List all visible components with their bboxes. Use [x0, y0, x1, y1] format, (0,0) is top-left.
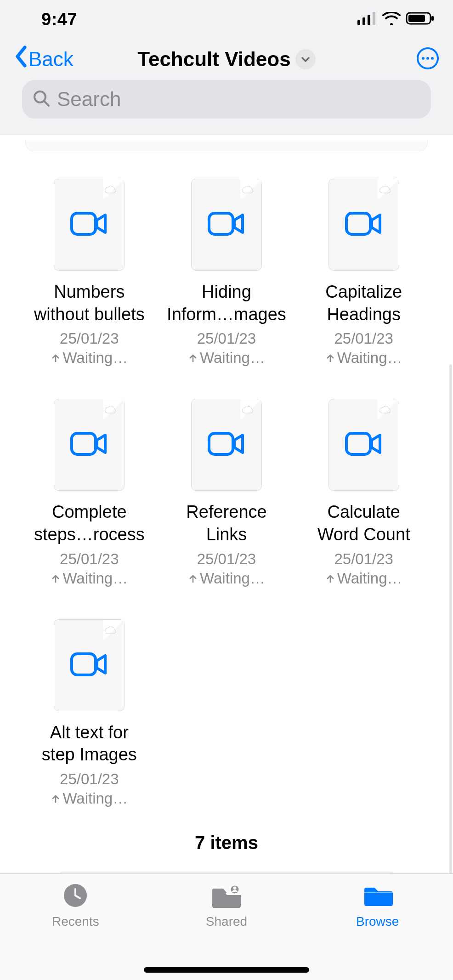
home-indicator[interactable]	[0, 967, 453, 973]
more-options-button[interactable]	[416, 47, 439, 72]
file-date: 25/01/23	[197, 330, 256, 347]
svg-rect-18	[346, 433, 370, 454]
status-bar: 9:47	[0, 0, 453, 39]
chevron-down-icon	[295, 49, 316, 69]
cloud-sync-icon	[104, 406, 118, 415]
back-button[interactable]: Back	[14, 45, 74, 73]
video-icon	[208, 432, 245, 458]
file-upload-status: Waiting…	[51, 570, 128, 587]
cloud-sync-icon	[104, 186, 118, 195]
file-name: CapitalizeHeadings	[325, 281, 402, 325]
svg-rect-6	[431, 16, 434, 21]
file-item[interactable]: CalculateWord Count25/01/23Waiting…	[302, 399, 425, 587]
svg-point-22	[233, 887, 237, 890]
cloud-sync-icon	[379, 406, 392, 415]
scroll-indicator[interactable]	[449, 364, 452, 873]
folder-icon	[362, 883, 393, 910]
video-icon	[345, 212, 383, 238]
file-item[interactable]: HidingInform…mages25/01/23Waiting…	[165, 179, 289, 367]
search-icon	[32, 89, 51, 109]
svg-point-8	[422, 57, 425, 60]
svg-point-9	[426, 57, 429, 60]
file-thumbnail	[54, 399, 125, 491]
file-upload-status: Waiting…	[188, 349, 265, 367]
upload-arrow-icon	[51, 790, 61, 807]
file-item[interactable]: ReferenceLinks25/01/23Waiting…	[165, 399, 289, 587]
tab-recents[interactable]: Recents	[0, 883, 151, 980]
upload-arrow-icon	[51, 570, 61, 587]
tab-browse[interactable]: Browse	[302, 883, 453, 980]
file-date: 25/01/23	[60, 550, 119, 568]
cloud-sync-icon	[241, 186, 255, 195]
upload-arrow-icon	[325, 570, 335, 587]
previous-section-edge	[25, 140, 428, 151]
svg-rect-14	[209, 213, 233, 234]
tab-bar: Recents Shared Browse	[0, 873, 453, 980]
svg-rect-19	[72, 654, 96, 675]
shared-folder-icon	[210, 883, 243, 910]
file-item[interactable]: Alt text forstep Images25/01/23Waiting…	[28, 619, 151, 807]
svg-rect-3	[373, 12, 375, 25]
folder-title-button[interactable]: Techcult Videos	[137, 48, 315, 71]
video-icon	[70, 652, 108, 678]
svg-rect-13	[72, 213, 96, 234]
file-upload-status: Waiting…	[188, 570, 265, 587]
svg-rect-5	[408, 15, 425, 22]
video-icon	[208, 212, 245, 238]
svg-rect-16	[72, 433, 96, 454]
file-item[interactable]: CapitalizeHeadings25/01/23Waiting…	[302, 179, 425, 367]
file-upload-status: Waiting…	[51, 790, 128, 807]
file-upload-status: Waiting…	[325, 349, 402, 367]
file-name: Completesteps…rocess	[34, 501, 145, 545]
svg-rect-15	[346, 213, 370, 234]
file-thumbnail	[191, 399, 262, 491]
upload-arrow-icon	[188, 349, 198, 367]
cloud-sync-icon	[104, 626, 118, 635]
clock-icon	[63, 883, 88, 910]
file-grid: Numberswithout bullets25/01/23Waiting…Hi…	[0, 151, 453, 807]
file-date: 25/01/23	[60, 770, 119, 788]
content-area[interactable]: Numberswithout bullets25/01/23Waiting…Hi…	[0, 135, 453, 873]
file-name: ReferenceLinks	[186, 501, 266, 545]
file-thumbnail	[54, 619, 125, 711]
cloud-sync-icon	[241, 406, 255, 415]
file-date: 25/01/23	[334, 550, 393, 568]
file-name: CalculateWord Count	[317, 501, 410, 545]
cellular-signal-icon	[357, 12, 377, 27]
nav-bar: Back Techcult Videos	[0, 39, 453, 80]
tab-label: Recents	[52, 914, 99, 929]
file-item[interactable]: Numberswithout bullets25/01/23Waiting…	[28, 179, 151, 367]
svg-rect-23	[364, 892, 393, 893]
file-item[interactable]: Completesteps…rocess25/01/23Waiting…	[28, 399, 151, 587]
battery-icon	[406, 12, 435, 27]
upload-arrow-icon	[325, 349, 335, 367]
divider	[60, 872, 393, 873]
file-upload-status: Waiting…	[325, 570, 402, 587]
svg-rect-17	[209, 433, 233, 454]
tab-label: Shared	[206, 914, 247, 929]
svg-rect-0	[357, 20, 360, 25]
cloud-sync-icon	[379, 186, 392, 195]
header: 9:47 Back T	[0, 0, 453, 135]
svg-rect-1	[362, 17, 365, 25]
svg-point-10	[431, 57, 434, 60]
tab-label: Browse	[356, 914, 399, 929]
file-thumbnail	[328, 399, 399, 491]
upload-arrow-icon	[188, 570, 198, 587]
search-input[interactable]	[57, 88, 421, 111]
file-date: 25/01/23	[60, 330, 119, 347]
file-date: 25/01/23	[197, 550, 256, 568]
video-icon	[70, 432, 108, 458]
status-indicators	[357, 12, 435, 27]
file-upload-status: Waiting…	[51, 349, 128, 367]
search-bar[interactable]	[22, 80, 431, 119]
page-title: Techcult Videos	[137, 48, 290, 71]
file-thumbnail	[54, 179, 125, 271]
svg-line-12	[44, 101, 49, 106]
tab-shared[interactable]: Shared	[151, 883, 302, 980]
file-thumbnail	[328, 179, 399, 271]
chevron-left-icon	[14, 45, 28, 73]
item-count-summary: 7 items	[0, 833, 453, 853]
back-label: Back	[28, 48, 74, 71]
svg-rect-2	[368, 15, 370, 25]
